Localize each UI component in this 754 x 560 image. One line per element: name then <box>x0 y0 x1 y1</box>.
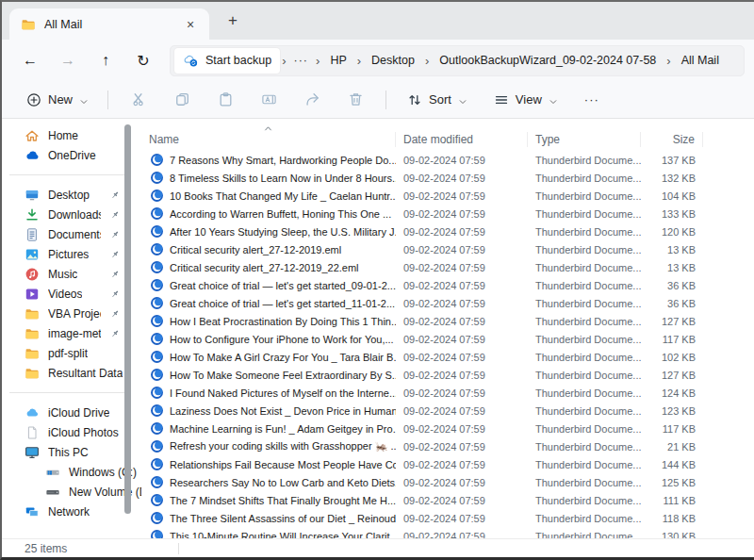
up-button[interactable]: ↑ <box>89 52 123 69</box>
file-type: Thunderbird Docume... <box>528 173 641 184</box>
sidebar-item-resultant-data[interactable]: Resultant Data <box>2 363 141 383</box>
sidebar-item-icloud-drive[interactable]: iCloud Drive <box>2 403 141 422</box>
sidebar-item-icloud-photos[interactable]: iCloud Photos <box>2 422 141 442</box>
pin-icon <box>109 288 121 300</box>
see-more-button[interactable]: ··· <box>573 92 611 107</box>
file-date-modified: 09-02-2024 07:59 <box>396 423 528 435</box>
sidebar-item-videos[interactable]: Videos <box>2 284 141 304</box>
new-tab-button[interactable]: + <box>219 8 247 33</box>
breadcrumb-item-start-backup[interactable]: Start backup <box>174 48 280 74</box>
breadcrumb: Start backup›···›HP›Desktop›OutlookBacku… <box>170 45 745 76</box>
delete-button[interactable] <box>336 85 374 115</box>
sidebar-item-pictures[interactable]: Pictures <box>2 244 141 264</box>
downloads-icon <box>25 207 40 222</box>
sidebar-item-label: Videos <box>48 288 82 301</box>
sidebar-item-network[interactable]: Network <box>2 502 141 521</box>
status-divider <box>178 543 179 554</box>
file-row[interactable]: How To Make A Girl Crazy For You _ Tara … <box>141 348 754 366</box>
close-tab-icon[interactable]: × <box>181 17 200 32</box>
file-row[interactable]: How to Configure Your iPhone to Work for… <box>141 330 754 348</box>
sidebar-item-label: VBA Projects <box>48 307 101 321</box>
pictures-icon <box>25 247 40 262</box>
file-name: Critical security alert_27-12-2019_22.em… <box>170 262 359 273</box>
breadcrumb-item-all-mail[interactable]: All Mail <box>673 48 728 74</box>
file-size: 13 KB <box>641 244 703 255</box>
file-row[interactable]: 10 Books That Changed My Life _ Caelan H… <box>141 187 754 205</box>
file-type: Thunderbird Docume... <box>528 531 641 539</box>
sidebar-item-windows-c[interactable]: Windows (C:) <box>2 462 141 482</box>
file-name: How To Make A Girl Crazy For You _ Tara … <box>170 352 396 363</box>
sidebar-item-desktop[interactable]: Desktop <box>2 185 141 205</box>
paste-button[interactable] <box>206 85 244 115</box>
file-row[interactable]: According to Warren Buffett, Honing This… <box>141 205 754 222</box>
file-row[interactable]: Laziness Does Not Exist _ Devon Price in… <box>141 402 754 420</box>
rename-button[interactable] <box>250 85 287 115</box>
this-pc-icon <box>25 445 40 460</box>
sidebar-item-this-pc[interactable]: This PC <box>2 442 141 462</box>
column-header-name[interactable]: Name <box>141 132 396 147</box>
forward-button[interactable]: → <box>51 52 85 69</box>
share-button[interactable] <box>293 85 331 115</box>
sidebar-item-home[interactable]: Home <box>2 125 141 145</box>
address-bar: ← → ↑ ↻ Start backup›···›HP›Desktop›Outl… <box>2 40 754 81</box>
breadcrumb-item-hp[interactable]: HP <box>321 48 354 74</box>
file-row[interactable]: Critical security alert_27-12-2019_22.em… <box>141 258 754 276</box>
file-row[interactable]: The Three Silent Assassins of our Diet _… <box>141 509 754 527</box>
toolbar-divider <box>107 91 108 109</box>
tab-all-mail[interactable]: All Mail × <box>9 8 209 40</box>
thunderbird-file-icon <box>150 296 164 310</box>
file-date-modified: 09-02-2024 07:59 <box>396 531 528 539</box>
sidebar-scrollbar[interactable] <box>124 124 131 514</box>
copy-button[interactable] <box>163 85 201 115</box>
file-row[interactable]: This 10-Minute Routine Will Increase You… <box>141 527 754 538</box>
refresh-button[interactable]: ↻ <box>126 52 160 70</box>
thunderbird-file-icon <box>150 242 164 256</box>
drive-icon <box>45 485 60 500</box>
breadcrumb-overflow-button[interactable]: ··· <box>288 48 315 74</box>
thunderbird-file-icon <box>150 350 164 364</box>
sidebar-item-documents[interactable]: Documents <box>2 224 141 244</box>
file-row[interactable]: The 7 Mindset Shifts That Finally Brough… <box>141 491 754 509</box>
file-row[interactable]: Relationships Fail Because Most People H… <box>141 455 754 473</box>
file-row[interactable]: Refresh your coding skills with Grasshop… <box>141 437 754 455</box>
sidebar-item-music[interactable]: Music <box>2 264 141 284</box>
file-date-modified: 09-02-2024 07:59 <box>396 262 528 273</box>
file-size: 120 KB <box>641 226 703 238</box>
column-header-date-modified[interactable]: Date modified <box>396 132 528 147</box>
file-row[interactable]: 7 Reasons Why Smart, Hardworking People … <box>141 151 754 169</box>
sidebar-item-new-volume-d[interactable]: New Volume (D: <box>2 482 141 502</box>
sidebar-item-image-metada[interactable]: image-metada <box>2 323 141 343</box>
file-row[interactable]: Great choice of trial — let's get starte… <box>141 276 754 294</box>
view-button[interactable]: View <box>484 85 567 115</box>
file-row[interactable]: Researchers Say No to Low Carb and Keto … <box>141 473 754 491</box>
new-button[interactable]: New <box>19 85 96 115</box>
sort-button[interactable]: Sort <box>398 85 477 115</box>
column-header-size[interactable]: Size <box>641 132 703 147</box>
file-row[interactable]: Machine Learning is Fun! _ Adam Geitgey … <box>141 420 754 437</box>
sidebar-item-pdf-split[interactable]: pdf-split <box>2 343 141 363</box>
sidebar-item-downloads[interactable]: Downloads <box>2 205 141 224</box>
file-date-modified: 09-02-2024 07:59 <box>396 405 528 417</box>
file-row[interactable]: Critical security alert_27-12-2019.eml 0… <box>141 240 754 258</box>
file-name: How To Make Someone Feel Extraordinary B… <box>170 370 396 381</box>
thunderbird-file-icon <box>150 493 164 507</box>
sidebar-item-vba-projects[interactable]: VBA Projects <box>2 304 141 323</box>
column-header-type[interactable]: Type <box>528 132 641 147</box>
file-row[interactable]: 8 Timeless Skills to Learn Now in Under … <box>141 169 754 187</box>
breadcrumb-item-desktop[interactable]: Desktop <box>363 48 423 74</box>
file-row[interactable]: After 10 Years Studying Sleep, the U.S. … <box>141 222 754 240</box>
breadcrumb-item-outlookbackupwizard-09-02-2024-07-58[interactable]: OutlookBackupWizard_09-02-2024 07-58 <box>431 48 664 74</box>
file-type: Thunderbird Docume... <box>528 226 641 238</box>
file-row[interactable]: How To Make Someone Feel Extraordinary B… <box>141 366 754 384</box>
file-row[interactable]: I Found Naked Pictures of Myself on the … <box>141 384 754 402</box>
back-button[interactable]: ← <box>13 52 47 69</box>
pin-icon <box>109 189 121 201</box>
share-icon <box>304 91 320 107</box>
file-row[interactable]: Great choice of trial — let's get starte… <box>141 294 754 312</box>
cut-button[interactable] <box>120 85 157 115</box>
thunderbird-file-icon <box>150 278 164 292</box>
file-row[interactable]: How I Beat Procrastination By Doing This… <box>141 312 754 330</box>
sidebar-item-onedrive[interactable]: OneDrive <box>2 145 141 165</box>
file-list: 7 Reasons Why Smart, Hardworking People … <box>141 151 754 538</box>
thunderbird-file-icon <box>150 171 164 185</box>
